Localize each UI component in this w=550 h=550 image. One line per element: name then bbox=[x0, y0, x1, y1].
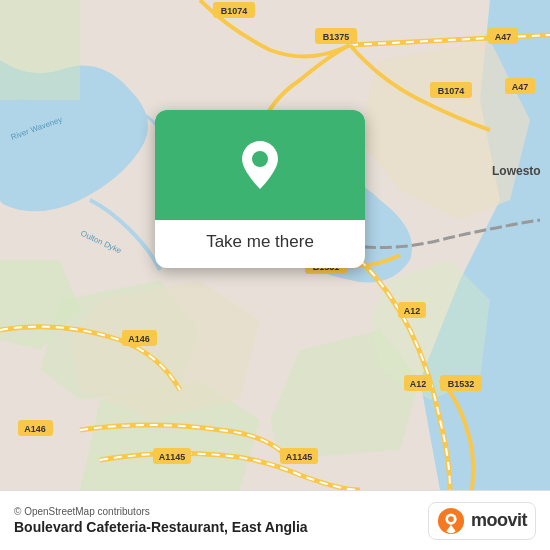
footer-bar: © OpenStreetMap contributors Boulevard C… bbox=[0, 490, 550, 550]
take-me-there-button[interactable]: Take me there bbox=[196, 232, 324, 252]
footer-left: © OpenStreetMap contributors Boulevard C… bbox=[14, 506, 308, 535]
svg-text:A1145: A1145 bbox=[159, 452, 186, 462]
svg-text:A47: A47 bbox=[512, 82, 529, 92]
moovit-logo: moovit bbox=[428, 502, 536, 540]
svg-text:A47: A47 bbox=[495, 32, 512, 42]
cta-card: Take me there bbox=[155, 110, 365, 268]
moovit-text: moovit bbox=[471, 510, 527, 531]
svg-text:B1074: B1074 bbox=[221, 6, 248, 16]
svg-point-42 bbox=[448, 516, 454, 522]
map-area: B1074 A47 B1375 B1074 A47 Lowesto River … bbox=[0, 0, 550, 490]
svg-rect-2 bbox=[0, 0, 80, 100]
cta-green-header bbox=[155, 110, 365, 220]
svg-text:B1375: B1375 bbox=[323, 32, 350, 42]
svg-point-39 bbox=[252, 151, 268, 167]
svg-text:Lowesto: Lowesto bbox=[492, 164, 541, 178]
svg-text:B1532: B1532 bbox=[448, 379, 475, 389]
location-name: Boulevard Cafeteria-Restaurant, East Ang… bbox=[14, 519, 308, 535]
svg-text:A1145: A1145 bbox=[286, 452, 313, 462]
svg-text:A12: A12 bbox=[410, 379, 427, 389]
svg-text:B1074: B1074 bbox=[438, 86, 465, 96]
osm-credit: © OpenStreetMap contributors bbox=[14, 506, 308, 517]
svg-text:A146: A146 bbox=[24, 424, 46, 434]
svg-text:A12: A12 bbox=[404, 306, 421, 316]
svg-text:A146: A146 bbox=[128, 334, 150, 344]
